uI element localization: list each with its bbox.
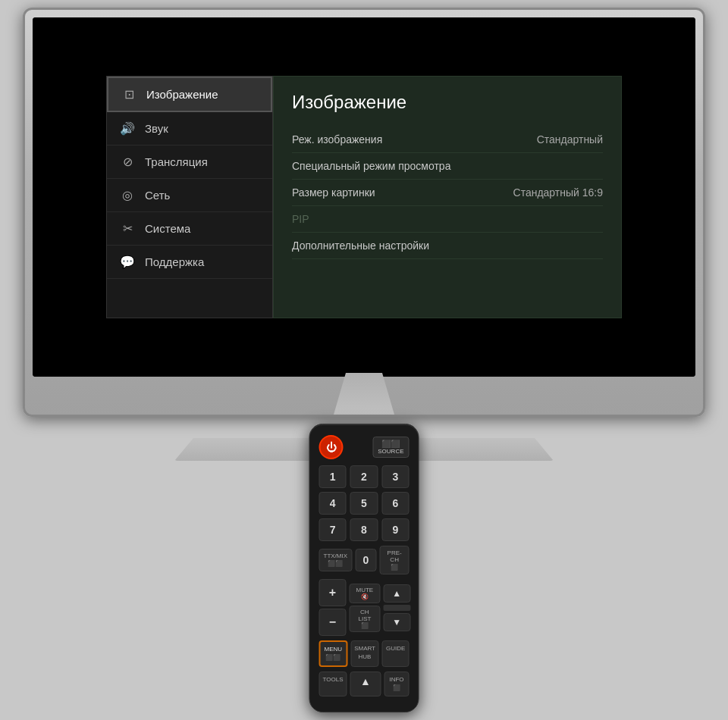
- guide-label: GUIDE: [386, 645, 406, 653]
- picture-size-value: Стандартный 16:9: [513, 186, 603, 199]
- info-label: INFO: [388, 676, 406, 684]
- menu-label-sound: Звук: [145, 122, 168, 135]
- power-button[interactable]: ⏻: [319, 435, 344, 459]
- support-icon: 💬: [119, 255, 136, 269]
- ch-down-button[interactable]: ▼: [383, 613, 410, 631]
- menu-content-panel: Изображение Реж. изображения Стандартный…: [273, 76, 622, 318]
- tv-monitor: ⊡ Изображение 🔊 Звук ⊘ Трансляция ◎ Сеть: [23, 8, 705, 417]
- menu-button[interactable]: MENU ⬛⬛: [319, 640, 348, 667]
- ch-up-button[interactable]: ▲: [383, 584, 410, 603]
- menu-icon: ⬛⬛: [324, 654, 344, 662]
- numpad: 1 2 3 4 5 6 7 8 9: [319, 465, 410, 541]
- remote-control: ⏻ ⬛⬛ SOURCE 1 2 3 4 5 6 7 8 9 TTX/MIX ⬛⬛…: [309, 424, 419, 712]
- prech-button[interactable]: PRE-CH ⬛: [380, 546, 410, 575]
- mute-button[interactable]: MUTE 🔇: [350, 584, 381, 603]
- remote-power-row: ⏻ ⬛⬛ SOURCE: [319, 435, 410, 459]
- menu-label-broadcast: Трансляция: [145, 155, 208, 168]
- image-mode-label: Реж. изображения: [292, 133, 382, 146]
- bottom-row: MENU ⬛⬛ SMART HUB GUIDE: [319, 640, 410, 667]
- content-row-special-mode[interactable]: Специальный режим просмотра: [292, 153, 603, 180]
- menu-label-network: Сеть: [145, 189, 170, 202]
- tv-screen: ⊡ Изображение 🔊 Звук ⊘ Трансляция ◎ Сеть: [33, 17, 695, 377]
- btn-5[interactable]: 5: [350, 492, 378, 515]
- btn-7[interactable]: 7: [319, 518, 347, 541]
- guide-button[interactable]: GUIDE: [382, 640, 410, 667]
- tv-stand-neck: [334, 373, 394, 415]
- content-title: Изображение: [292, 92, 603, 113]
- btn-8[interactable]: 8: [350, 518, 378, 541]
- menu-label-image: Изображение: [146, 88, 218, 101]
- menu-sidebar: ⊡ Изображение 🔊 Звук ⊘ Трансляция ◎ Сеть: [106, 76, 273, 318]
- broadcast-icon: ⊘: [119, 155, 136, 169]
- chlist-icon: ⬛: [361, 622, 369, 629]
- menu-item-network[interactable]: ◎ Сеть: [107, 179, 272, 212]
- power-icon: ⏻: [326, 441, 337, 453]
- vol-down-button[interactable]: −: [319, 609, 347, 636]
- btn-0[interactable]: 0: [355, 549, 377, 571]
- mute-icon: 🔇: [361, 593, 369, 600]
- source-icon: ⬛⬛: [378, 440, 403, 448]
- system-icon: ✂: [119, 221, 136, 236]
- content-row-additional[interactable]: Дополнительные настройки: [292, 233, 603, 259]
- vol-row: + − MUTE 🔇 CH LIST ⬛ ▲ ▼: [319, 579, 410, 636]
- content-row-picture-size[interactable]: Размер картинки Стандартный 16:9: [292, 180, 603, 206]
- menu-label-support: Поддержка: [145, 255, 204, 268]
- nav-col: ▲ ▼: [383, 584, 410, 631]
- prech-label: PRE-CH: [384, 549, 405, 564]
- ttxmix-label: TTX/MIX: [324, 553, 348, 560]
- btn-9[interactable]: 9: [381, 518, 409, 541]
- info-button[interactable]: INFO ⬛: [384, 671, 410, 697]
- smarthub-label: SMART HUB: [354, 645, 375, 661]
- content-row-pip: PIP: [292, 206, 603, 233]
- tv-screen-bezel: ⊡ Изображение 🔊 Звук ⊘ Трансляция ◎ Сеть: [33, 17, 695, 377]
- menu-item-broadcast[interactable]: ⊘ Трансляция: [107, 146, 272, 179]
- source-label: SOURCE: [378, 448, 403, 455]
- tools-button[interactable]: TOOLS: [319, 671, 347, 697]
- image-mode-value: Стандартный: [537, 133, 603, 146]
- btn-6[interactable]: 6: [381, 492, 409, 515]
- ttx-row: TTX/MIX ⬛⬛ 0 PRE-CH ⬛: [319, 546, 410, 575]
- tv-menu: ⊡ Изображение 🔊 Звук ⊘ Трансляция ◎ Сеть: [106, 76, 622, 318]
- mute-chlist-col: MUTE 🔇 CH LIST ⬛: [350, 584, 381, 632]
- source-button[interactable]: ⬛⬛ SOURCE: [372, 437, 409, 458]
- content-row-image-mode[interactable]: Реж. изображения Стандартный: [292, 127, 603, 153]
- ch-divider: [383, 605, 410, 611]
- network-icon: ◎: [119, 188, 136, 202]
- tools-label: TOOLS: [323, 676, 344, 684]
- prech-icon: ⬛: [384, 564, 405, 571]
- ttxmix-button[interactable]: TTX/MIX ⬛⬛: [319, 549, 353, 571]
- menu-item-support[interactable]: 💬 Поддержка: [107, 246, 272, 279]
- ttxmix-icon: ⬛⬛: [324, 560, 348, 568]
- menu-item-sound[interactable]: 🔊 Звук: [107, 112, 272, 146]
- smarthub-button[interactable]: SMART HUB: [350, 640, 379, 667]
- vol-up-button[interactable]: +: [319, 579, 347, 606]
- picture-size-label: Размер картинки: [292, 186, 375, 199]
- btn-2[interactable]: 2: [350, 465, 378, 488]
- menu-item-image[interactable]: ⊡ Изображение: [107, 77, 272, 112]
- mute-label: MUTE: [356, 587, 374, 593]
- info-icon: ⬛: [388, 684, 406, 692]
- menu-label-system: Система: [145, 222, 190, 235]
- btn-4[interactable]: 4: [319, 492, 347, 515]
- menu-label: MENU: [324, 646, 344, 653]
- chlist-label: CH LIST: [358, 609, 371, 622]
- btn-3[interactable]: 3: [381, 465, 409, 488]
- menu-item-system[interactable]: ✂ Система: [107, 212, 272, 246]
- pip-label: PIP: [292, 213, 309, 225]
- image-icon: ⊡: [121, 87, 137, 102]
- arrow-up-button[interactable]: ▲: [350, 671, 381, 697]
- btn-1[interactable]: 1: [319, 465, 347, 488]
- additional-label: Дополнительные настройки: [292, 239, 429, 252]
- chlist-button[interactable]: CH LIST ⬛: [350, 606, 381, 632]
- last-row: TOOLS ▲ INFO ⬛: [319, 671, 410, 697]
- special-mode-label: Специальный режим просмотра: [292, 160, 450, 172]
- sound-icon: 🔊: [119, 121, 136, 136]
